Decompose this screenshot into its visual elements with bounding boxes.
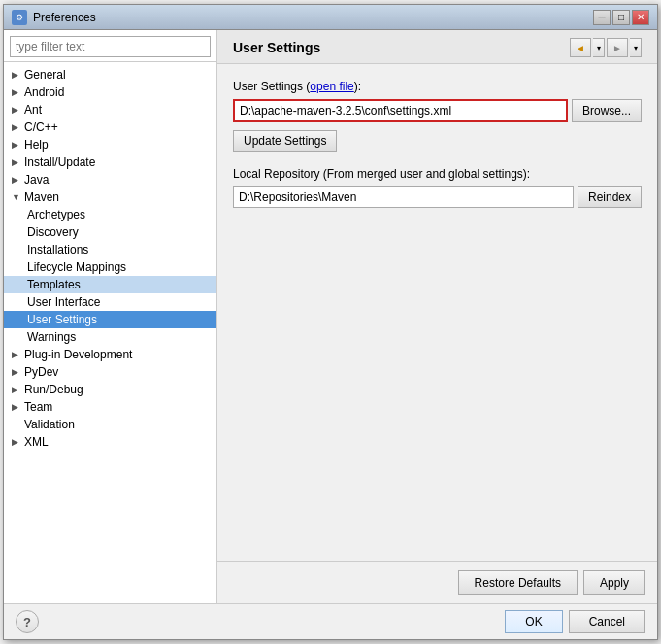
expand-arrow: ▶ [12, 437, 21, 447]
window-title: Preferences [33, 11, 96, 24]
panel-header: User Settings ◄ ▾ ► ▾ [217, 30, 657, 64]
back-dropdown[interactable]: ▾ [593, 38, 605, 57]
sidebar-item-validation[interactable]: ▶ Validation [4, 416, 216, 433]
sidebar-item-label: Lifecycle Mappings [27, 260, 126, 274]
cancel-button[interactable]: Cancel [569, 610, 645, 633]
bottom-bar: Restore Defaults Apply [217, 561, 657, 603]
tree: ▶ General ▶ Android ▶ Ant ▶ C/C++ [4, 62, 216, 603]
sidebar-item-templates[interactable]: Templates [4, 276, 216, 293]
sidebar-item-label: Maven [24, 190, 59, 204]
sidebar-item-xml[interactable]: ▶ XML [4, 433, 216, 451]
sidebar-item-user-settings[interactable]: User Settings [4, 311, 216, 328]
minimize-button[interactable]: ─ [593, 10, 611, 25]
filter-input[interactable] [10, 36, 211, 57]
expand-arrow: ▶ [12, 122, 21, 132]
title-bar-left: ⚙ Preferences [12, 10, 96, 25]
expand-arrow: ▶ [12, 105, 21, 115]
sidebar-item-run-debug[interactable]: ▶ Run/Debug [4, 381, 216, 398]
sidebar-item-cpp[interactable]: ▶ C/C++ [4, 119, 216, 136]
apply-button[interactable]: Apply [583, 570, 645, 595]
sidebar-item-help[interactable]: ▶ Help [4, 136, 216, 153]
sidebar-item-label: C/C++ [24, 120, 58, 134]
expand-arrow: ▼ [12, 192, 21, 202]
sidebar-item-label: Ant [24, 103, 42, 117]
sidebar-item-label: Help [24, 138, 49, 152]
sidebar-item-label: Installations [27, 243, 88, 256]
settings-path-row: Browse... [233, 99, 642, 122]
sidebar-item-label: Warnings [27, 330, 76, 344]
sidebar-item-label: User Settings [27, 313, 97, 326]
sidebar-item-label: PyDev [24, 365, 58, 379]
sidebar-item-install-update[interactable]: ▶ Install/Update [4, 153, 216, 171]
sidebar-item-plugin-dev[interactable]: ▶ Plug-in Development [4, 346, 216, 363]
close-button[interactable]: ✕ [632, 10, 649, 25]
settings-path-input[interactable] [233, 99, 568, 122]
filter-box [4, 30, 216, 62]
expand-arrow: ▶ [12, 350, 21, 359]
sidebar-item-pydev[interactable]: ▶ PyDev [4, 363, 216, 381]
sidebar-item-label: Java [24, 173, 49, 186]
expand-arrow: ▶ [12, 70, 21, 80]
forward-button[interactable]: ► [607, 38, 628, 57]
sidebar-item-label: Android [24, 85, 64, 99]
expand-arrow: ▶ [12, 157, 21, 167]
sidebar-item-archetypes[interactable]: Archetypes [4, 206, 216, 223]
sidebar-item-label: Run/Debug [24, 383, 83, 396]
open-file-link[interactable]: open file [310, 80, 353, 93]
sidebar-item-installations[interactable]: Installations [4, 241, 216, 258]
nav-buttons: ◄ ▾ ► ▾ [570, 38, 642, 57]
main-panel: User Settings ◄ ▾ ► ▾ User Settings (ope… [217, 30, 657, 603]
expand-arrow: ▶ [12, 367, 21, 377]
browse-button[interactable]: Browse... [572, 99, 642, 122]
sidebar-item-label: Archetypes [27, 208, 85, 221]
forward-dropdown[interactable]: ▾ [630, 38, 642, 57]
sidebar-item-maven[interactable]: ▼ Maven [4, 188, 216, 206]
footer-right: OK Cancel [505, 610, 645, 633]
main-content: ▶ General ▶ Android ▶ Ant ▶ C/C++ [4, 30, 657, 603]
window-controls: ─ □ ✕ [593, 10, 649, 25]
footer-bar: ? OK Cancel [4, 603, 657, 639]
preferences-window: ⚙ Preferences ─ □ ✕ ▶ General ▶ [3, 4, 658, 640]
sidebar-item-discovery[interactable]: Discovery [4, 223, 216, 241]
repo-path-input[interactable] [233, 186, 574, 208]
update-settings-button[interactable]: Update Settings [233, 130, 337, 152]
expand-arrow: ▶ [12, 140, 21, 150]
back-button[interactable]: ◄ [570, 38, 591, 57]
sidebar-item-android[interactable]: ▶ Android [4, 84, 216, 101]
sidebar-item-label: Plug-in Development [24, 348, 132, 361]
sidebar-item-label: User Interface [27, 295, 100, 309]
sidebar-item-label: XML [24, 435, 49, 449]
local-repo-label: Local Repository (From merged user and g… [233, 167, 642, 181]
title-bar: ⚙ Preferences ─ □ ✕ [4, 5, 657, 30]
expand-arrow: ▶ [12, 402, 21, 412]
sidebar-item-label: Validation [24, 418, 75, 431]
sidebar-item-label: General [24, 68, 66, 82]
preferences-icon: ⚙ [12, 10, 27, 25]
sidebar-item-team[interactable]: ▶ Team [4, 398, 216, 416]
sidebar-item-lifecycle-mappings[interactable]: Lifecycle Mappings [4, 258, 216, 276]
expand-arrow: ▶ [12, 87, 21, 97]
sidebar-item-ant[interactable]: ▶ Ant [4, 101, 216, 119]
panel-title: User Settings [233, 40, 320, 55]
sidebar-item-label: Discovery [27, 225, 79, 239]
sidebar-item-warnings[interactable]: Warnings [4, 328, 216, 346]
restore-button[interactable]: □ [612, 10, 630, 25]
ok-button[interactable]: OK [505, 610, 562, 633]
sidebar-item-java[interactable]: ▶ Java [4, 171, 216, 188]
user-settings-label: User Settings (open file): [233, 80, 642, 93]
sidebar-item-label: Team [24, 400, 52, 414]
reindex-button[interactable]: Reindex [578, 186, 642, 208]
sidebar: ▶ General ▶ Android ▶ Ant ▶ C/C++ [4, 30, 217, 603]
sidebar-item-general[interactable]: ▶ General [4, 66, 216, 84]
restore-defaults-button[interactable]: Restore Defaults [458, 570, 578, 595]
repo-row: Reindex [233, 186, 642, 208]
sidebar-item-label: Install/Update [24, 155, 95, 169]
sidebar-item-user-interface[interactable]: User Interface [4, 293, 216, 311]
expand-arrow: ▶ [12, 175, 21, 185]
sidebar-item-label: Templates [27, 278, 81, 291]
expand-arrow: ▶ [12, 385, 21, 394]
panel-content: User Settings (open file): Browse... Upd… [217, 64, 657, 561]
help-button[interactable]: ? [16, 610, 39, 633]
